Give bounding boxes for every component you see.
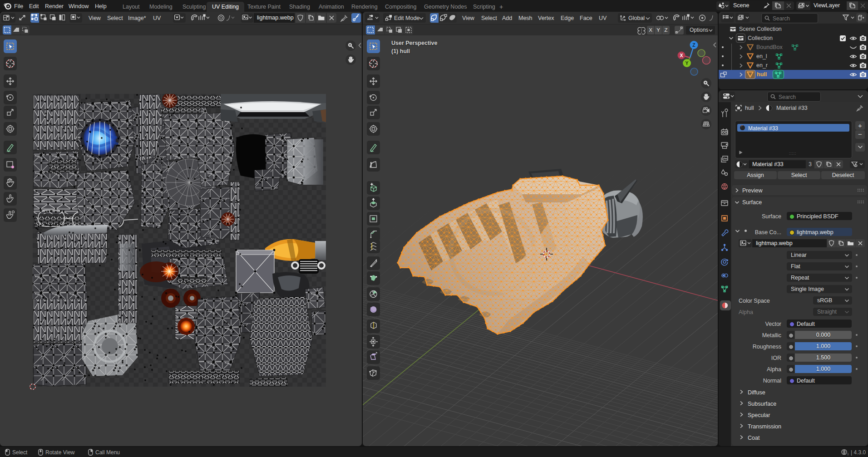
svg-text:X: X — [680, 53, 683, 58]
svg-text:1: 1 — [847, 452, 848, 456]
svg-text:Z: Z — [692, 42, 695, 48]
svg-text:Y: Y — [685, 60, 688, 66]
